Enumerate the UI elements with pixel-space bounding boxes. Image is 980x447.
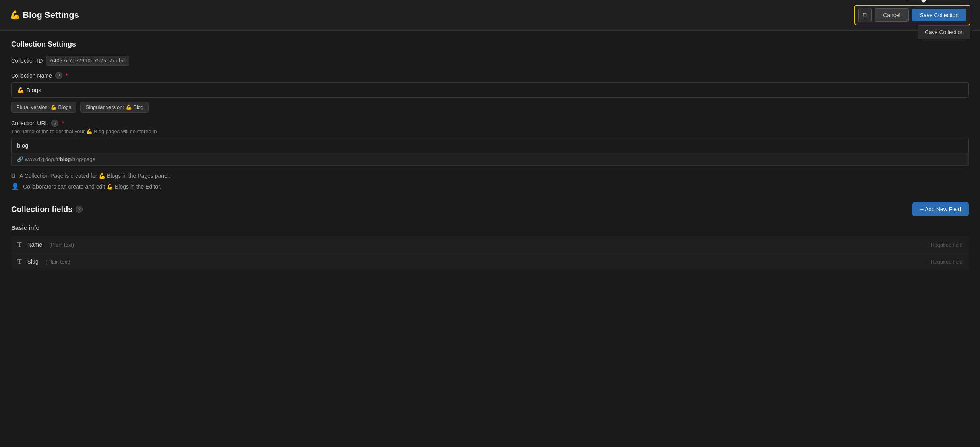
collection-name-required-star: * xyxy=(66,72,68,79)
collection-id-row: Collection ID 64077c71e2910e7525c7ccbd xyxy=(11,56,969,66)
field-type-icon-name: T xyxy=(17,241,22,248)
save-collection-button[interactable]: Save Collection xyxy=(912,9,966,21)
url-icon: 🔗 xyxy=(17,156,23,162)
collection-settings-title: Collection Settings xyxy=(11,40,969,49)
collection-url-label: Collection URL xyxy=(11,120,48,126)
plural-version-value: 💪 Blogs xyxy=(50,104,71,110)
field-type-label-slug: (Plain text) xyxy=(46,259,70,265)
main-content: Collection Settings Collection ID 64077c… xyxy=(0,31,980,280)
header: 💪 Blog Settings Duplicate Collection ⧉ C… xyxy=(0,0,980,31)
collection-fields-help-icon[interactable]: ? xyxy=(76,206,83,213)
plural-version-label: Plural version: xyxy=(16,104,49,110)
toolbar-highlight: Duplicate Collection ⧉ Cancel Save Colle… xyxy=(854,5,970,25)
duplicate-button[interactable]: ⧉ xyxy=(858,8,872,22)
field-name-name: Name xyxy=(27,241,42,248)
collection-fields-header: Collection fields ? + Add New Field xyxy=(11,202,969,216)
collection-url-label-row: Collection URL ? * xyxy=(11,120,969,127)
field-type-label-name: (Plain text) xyxy=(49,242,74,248)
url-bold: blog xyxy=(60,156,71,162)
collection-url-input[interactable] xyxy=(11,138,969,153)
url-suffix: /blog-page xyxy=(71,156,95,162)
info-text-2: Collaborators can create and edit 💪 Blog… xyxy=(23,183,161,190)
page-title: 💪 Blog Settings xyxy=(10,10,79,20)
field-name-slug: Slug xyxy=(27,258,39,265)
header-actions: Duplicate Collection ⧉ Cancel Save Colle… xyxy=(854,5,970,25)
info-rows: ⧉ A Collection Page is created for 💪 Blo… xyxy=(11,172,969,190)
fields-title-row: Collection fields ? xyxy=(11,205,83,214)
info-row-1: ⧉ A Collection Page is created for 💪 Blo… xyxy=(11,172,969,179)
collection-id-value: 64077c71e2910e7525c7ccbd xyxy=(46,56,129,66)
singular-version-pill: Singular version: 💪 Blog xyxy=(80,102,149,113)
table-row: T Slug (Plain text) ~Required field xyxy=(11,253,969,270)
collection-name-label-row: Collection Name ? * xyxy=(11,72,969,79)
url-prefix: www.digidop.fr/ xyxy=(25,156,60,162)
duplicate-tooltip: Duplicate Collection xyxy=(907,0,962,0)
collection-fields-title: Collection fields xyxy=(11,205,72,214)
collection-url-required-star: * xyxy=(62,120,64,126)
collection-id-label: Collection ID xyxy=(11,58,43,64)
field-required-name: ~Required field xyxy=(928,242,963,248)
fields-divider xyxy=(11,235,969,235)
collection-name-input[interactable] xyxy=(11,82,969,98)
collection-name-help-icon[interactable]: ? xyxy=(55,72,62,79)
table-row: T Name (Plain text) ~Required field xyxy=(11,236,969,253)
duplicate-icon: ⧉ xyxy=(863,12,867,19)
field-required-slug: ~Required field xyxy=(928,259,963,265)
basic-info-title: Basic info xyxy=(11,224,969,231)
plural-version-pill: Plural version: 💪 Blogs xyxy=(11,102,76,113)
cave-collection-hint: Cave Collection xyxy=(918,25,970,39)
version-pills: Plural version: 💪 Blogs Singular version… xyxy=(11,102,969,113)
cancel-button[interactable]: Cancel xyxy=(875,8,909,22)
add-new-field-button[interactable]: + Add New Field xyxy=(912,202,969,216)
info-text-1: A Collection Page is created for 💪 Blogs… xyxy=(19,173,170,179)
field-type-icon-slug: T xyxy=(17,258,22,265)
collection-name-label: Collection Name xyxy=(11,72,52,79)
collection-url-description: The name of the folder that your 💪 Blog … xyxy=(11,128,969,134)
info-row-2: 👤 Collaborators can create and edit 💪 Bl… xyxy=(11,183,969,190)
collection-url-help-icon[interactable]: ? xyxy=(51,120,58,127)
url-preview: 🔗 www.digidop.fr/blog/blog-page xyxy=(11,153,969,166)
singular-version-value: 💪 Blog xyxy=(126,104,144,110)
pages-icon: ⧉ xyxy=(11,172,15,179)
collaborators-icon: 👤 xyxy=(11,183,19,190)
singular-version-label: Singular version: xyxy=(85,104,124,110)
